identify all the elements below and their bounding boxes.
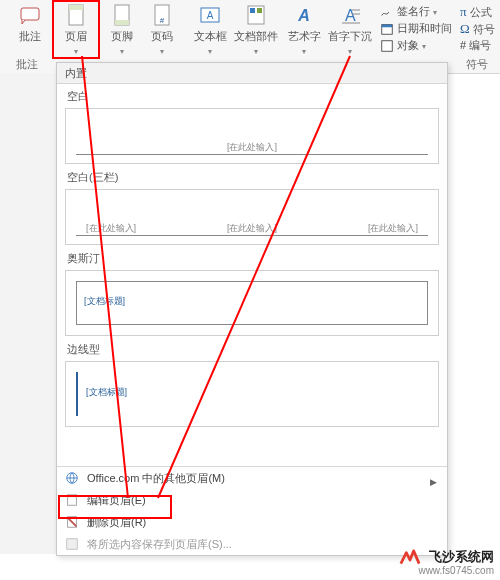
placeholder-text: [在此处输入]	[227, 141, 277, 154]
button-dropcap[interactable]: A 首字下沉 ▾	[326, 3, 374, 51]
button-textbox-label: 文本框	[190, 29, 230, 44]
object-icon	[380, 39, 394, 53]
gallery-item-sideline[interactable]: 边线型 [文档标题]	[65, 342, 439, 427]
button-textbox[interactable]: A 文本框 ▾	[190, 3, 230, 51]
button-datetime-label: 日期和时间	[397, 22, 452, 34]
gallery-caption: 空白(三栏)	[67, 170, 439, 185]
gallery-caption: 边线型	[67, 342, 439, 357]
svg-rect-18	[382, 25, 393, 28]
svg-text:A: A	[297, 7, 310, 24]
gallery-caption: 空白	[67, 89, 439, 104]
gallery-thumb: [在此处输入]	[65, 108, 439, 164]
button-equation[interactable]: π 公式	[460, 4, 500, 22]
document-gutter	[0, 73, 57, 554]
remove-header-icon	[65, 514, 79, 528]
signature-icon	[380, 5, 394, 19]
placeholder-text: [文档标题]	[84, 295, 125, 308]
gallery-thumb: [文档标题]	[65, 270, 439, 336]
menu-label: 将所选内容保存到页眉库(S)...	[87, 538, 232, 550]
globe-icon	[65, 470, 79, 484]
button-symbol-label: 符号	[473, 23, 495, 35]
textbox-icon: A	[190, 3, 230, 27]
group-label-comments: 批注	[16, 57, 38, 72]
svg-text:#: #	[160, 16, 165, 25]
button-header[interactable]: 页眉 ▾	[56, 3, 96, 51]
button-numbering[interactable]: # 编号	[460, 38, 500, 56]
button-footer-label: 页脚	[102, 29, 142, 44]
menu-remove-header[interactable]: 删除页眉(R)	[57, 511, 447, 533]
chevron-down-icon: ▾	[422, 42, 426, 51]
menu-save-to-gallery: 将所选内容保存到页眉库(S)...	[57, 533, 447, 555]
svg-rect-22	[68, 495, 77, 498]
gallery-thumb: [文档标题]	[65, 361, 439, 427]
svg-rect-25	[67, 539, 78, 550]
svg-rect-2	[69, 5, 83, 10]
calendar-icon	[380, 22, 394, 36]
placeholder-text: [在此处输入]	[227, 222, 277, 235]
svg-rect-0	[21, 8, 39, 20]
button-dropcap-label: 首字下沉	[326, 29, 374, 44]
chevron-down-icon: ▾	[433, 8, 437, 17]
comment-icon	[10, 3, 50, 27]
watermark-brand: 飞沙系统网	[429, 549, 494, 564]
button-wordart[interactable]: A 艺术字 ▾	[284, 3, 324, 51]
svg-rect-11	[257, 8, 262, 13]
gallery-caption: 奥斯汀	[67, 251, 439, 266]
gallery-item-blank[interactable]: 空白 [在此处输入]	[65, 89, 439, 164]
placeholder-text: [文档标题]	[86, 386, 127, 399]
gallery-section-header: 内置	[57, 63, 447, 84]
button-symbol[interactable]: Ω 符号	[460, 21, 500, 39]
omega-icon: Ω	[460, 21, 470, 36]
menu-label: 删除页眉(R)	[87, 516, 146, 528]
button-comment-label: 批注	[10, 29, 50, 44]
number-icon: #	[460, 39, 466, 51]
watermark: 飞沙系统网 www.fs0745.com	[399, 548, 494, 576]
ribbon: 批注 页眉 ▾ 页脚 ▾ # 页码 ▾ A 文本框 ▾ 文档部件 ▾ A 艺术字…	[0, 0, 500, 56]
menu-more-office[interactable]: Office.com 中的其他页眉(M) ▶	[57, 467, 447, 489]
pi-icon: π	[460, 4, 467, 19]
gallery-item-austin[interactable]: 奥斯汀 [文档标题]	[65, 251, 439, 336]
svg-rect-19	[382, 41, 393, 52]
group-label-symbols: 符号	[466, 57, 488, 72]
svg-rect-10	[250, 8, 255, 13]
gallery-item-blank3[interactable]: 空白(三栏) [在此处输入] [在此处输入] [在此处输入]	[65, 170, 439, 245]
button-equation-label: 公式	[470, 6, 492, 18]
menu-label: 编辑页眉(E)	[87, 494, 146, 506]
button-signature[interactable]: 签名行 ▾	[380, 4, 470, 22]
placeholder-text: [在此处输入]	[86, 222, 136, 235]
svg-rect-4	[115, 20, 129, 25]
button-page-number[interactable]: # 页码 ▾	[142, 3, 182, 51]
button-quickparts-label: 文档部件	[232, 29, 280, 44]
page-number-icon: #	[142, 3, 182, 27]
button-signature-label: 签名行	[397, 5, 430, 17]
page-header-icon	[56, 3, 96, 27]
wordart-icon: A	[284, 3, 324, 27]
dropcap-icon: A	[326, 3, 374, 27]
button-object[interactable]: 对象 ▾	[380, 38, 470, 56]
button-page-number-label: 页码	[142, 29, 182, 44]
button-quickparts[interactable]: 文档部件 ▾	[232, 3, 280, 51]
button-wordart-label: 艺术字	[284, 29, 324, 44]
gallery-footer-menu: Office.com 中的其他页眉(M) ▶ 编辑页眉(E) 删除页眉(R) 将…	[57, 466, 447, 555]
button-object-label: 对象	[397, 39, 419, 51]
quick-parts-icon	[232, 3, 280, 27]
gallery-scroll[interactable]: 空白 [在此处输入] 空白(三栏) [在此处输入] [在此处输入] [在此处输入…	[57, 83, 447, 465]
button-header-label: 页眉	[56, 29, 96, 44]
placeholder-text: [在此处输入]	[368, 222, 418, 235]
button-footer[interactable]: 页脚 ▾	[102, 3, 142, 51]
edit-header-icon	[65, 492, 79, 506]
button-datetime[interactable]: 日期和时间	[380, 21, 470, 39]
menu-label: Office.com 中的其他页眉(M)	[87, 472, 225, 484]
header-gallery-panel: 内置 空白 [在此处输入] 空白(三栏) [在此处输入] [在此处输入] [在此…	[56, 62, 448, 556]
button-comment[interactable]: 批注	[10, 3, 50, 51]
button-numbering-label: 编号	[469, 39, 491, 51]
svg-text:A: A	[207, 10, 214, 21]
gallery-thumb: [在此处输入] [在此处输入] [在此处输入]	[65, 189, 439, 245]
menu-edit-header[interactable]: 编辑页眉(E)	[57, 489, 447, 511]
save-gallery-icon	[65, 536, 79, 550]
page-footer-icon	[102, 3, 142, 27]
